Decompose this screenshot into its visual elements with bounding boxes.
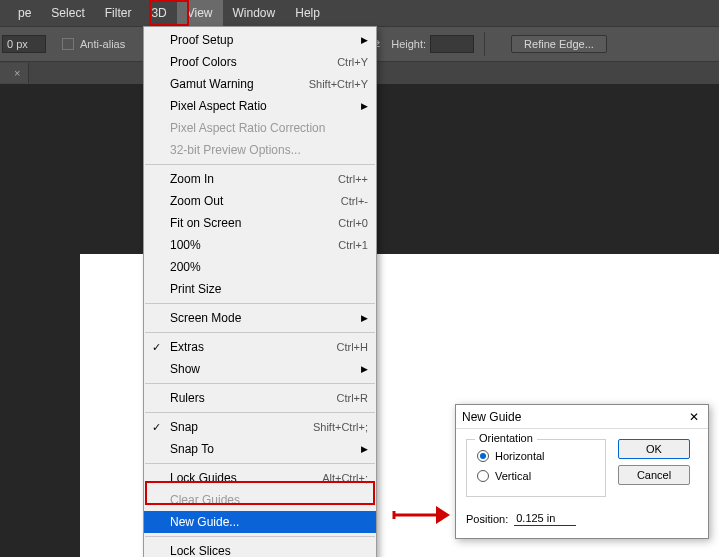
menu-item-label: Print Size xyxy=(170,282,368,296)
check-icon: ✓ xyxy=(152,421,161,434)
dialog-title: New Guide xyxy=(462,410,686,424)
menu-3d[interactable]: 3D xyxy=(141,0,176,26)
menu-item-snap-to[interactable]: Snap To▶ xyxy=(144,438,376,460)
feather-input[interactable] xyxy=(2,35,46,53)
radio-vertical-label: Vertical xyxy=(495,470,531,482)
menu-separator xyxy=(145,536,375,537)
menu-item-label: Pixel Aspect Ratio xyxy=(170,99,368,113)
menu-item-zoom-out[interactable]: Zoom OutCtrl+- xyxy=(144,190,376,212)
submenu-arrow-icon: ▶ xyxy=(361,444,368,454)
menu-item-lock-guides[interactable]: Lock GuidesAlt+Ctrl+; xyxy=(144,467,376,489)
menu-item-screen-mode[interactable]: Screen Mode▶ xyxy=(144,307,376,329)
menu-item-label: Lock Slices xyxy=(170,544,368,557)
menu-item-label: 200% xyxy=(170,260,368,274)
dialog-titlebar[interactable]: New Guide ✕ xyxy=(456,405,708,429)
submenu-arrow-icon: ▶ xyxy=(361,35,368,45)
submenu-arrow-icon: ▶ xyxy=(361,101,368,111)
menu-item-print-size[interactable]: Print Size xyxy=(144,278,376,300)
radio-horizontal-icon xyxy=(477,450,489,462)
submenu-arrow-icon: ▶ xyxy=(361,364,368,374)
menu-separator xyxy=(145,463,375,464)
view-dropdown: Proof Setup▶Proof ColorsCtrl+YGamut Warn… xyxy=(143,26,377,557)
menu-item-shortcut: Ctrl++ xyxy=(338,173,368,185)
menu-filter[interactable]: Filter xyxy=(95,0,142,26)
menu-item-fit-on-screen[interactable]: Fit on ScreenCtrl+0 xyxy=(144,212,376,234)
menu-item-label: Rulers xyxy=(170,391,325,405)
menu-item-label: Zoom Out xyxy=(170,194,329,208)
menu-item-lock-slices[interactable]: Lock Slices xyxy=(144,540,376,557)
radio-vertical[interactable]: Vertical xyxy=(477,466,595,486)
radio-horizontal-label: Horizontal xyxy=(495,450,545,462)
menu-item-label: Pixel Aspect Ratio Correction xyxy=(170,121,368,135)
menu-item-clear-guides: Clear Guides xyxy=(144,489,376,511)
menu-item-snap[interactable]: ✓SnapShift+Ctrl+; xyxy=(144,416,376,438)
menu-item-label: Zoom In xyxy=(170,172,326,186)
ok-button[interactable]: OK xyxy=(618,439,690,459)
menu-item-label: Clear Guides xyxy=(170,493,368,507)
menu-separator xyxy=(145,412,375,413)
menu-item-shortcut: Ctrl+Y xyxy=(337,56,368,68)
antialias-label: Anti-alias xyxy=(80,38,125,50)
menu-pe[interactable]: pe xyxy=(8,0,41,26)
menu-item-label: Snap xyxy=(170,420,301,434)
menu-item-pixel-aspect-ratio-correction: Pixel Aspect Ratio Correction xyxy=(144,117,376,139)
menu-item-extras[interactable]: ✓ExtrasCtrl+H xyxy=(144,336,376,358)
menu-item-label: Proof Colors xyxy=(170,55,325,69)
menu-item-label: New Guide... xyxy=(170,515,368,529)
annotation-arrow-icon xyxy=(392,502,452,528)
menu-item-label: Fit on Screen xyxy=(170,216,326,230)
menu-item-label: Show xyxy=(170,362,368,376)
position-input[interactable] xyxy=(514,511,576,526)
menu-item-200[interactable]: 200% xyxy=(144,256,376,278)
radio-vertical-icon xyxy=(477,470,489,482)
menu-item-100[interactable]: 100%Ctrl+1 xyxy=(144,234,376,256)
menu-separator xyxy=(145,164,375,165)
menu-item-show[interactable]: Show▶ xyxy=(144,358,376,380)
menu-item-zoom-in[interactable]: Zoom InCtrl++ xyxy=(144,168,376,190)
cancel-button[interactable]: Cancel xyxy=(618,465,690,485)
menu-item-shortcut: Ctrl+H xyxy=(337,341,368,353)
menu-item-shortcut: Ctrl+1 xyxy=(338,239,368,251)
menu-item-label: 32-bit Preview Options... xyxy=(170,143,368,157)
new-guide-dialog: New Guide ✕ Orientation Horizontal Verti… xyxy=(455,404,709,539)
menu-item-32-bit-preview-options: 32-bit Preview Options... xyxy=(144,139,376,161)
divider xyxy=(484,32,485,56)
menu-item-gamut-warning[interactable]: Gamut WarningShift+Ctrl+Y xyxy=(144,73,376,95)
menu-item-shortcut: Alt+Ctrl+; xyxy=(322,472,368,484)
orientation-legend: Orientation xyxy=(475,432,537,444)
menu-item-new-guide[interactable]: New Guide... xyxy=(144,511,376,533)
refine-edge-button[interactable]: Refine Edge... xyxy=(511,35,607,53)
menu-item-label: Snap To xyxy=(170,442,368,456)
menu-help[interactable]: Help xyxy=(285,0,330,26)
orientation-fieldset: Orientation Horizontal Vertical xyxy=(466,439,606,497)
height-input[interactable] xyxy=(430,35,474,53)
menu-separator xyxy=(145,303,375,304)
height-label: Height: xyxy=(391,38,426,50)
submenu-arrow-icon: ▶ xyxy=(361,313,368,323)
menu-item-label: Lock Guides xyxy=(170,471,310,485)
check-icon: ✓ xyxy=(152,341,161,354)
menubar: pe Select Filter 3D View Window Help xyxy=(0,0,719,26)
document-tab[interactable]: × xyxy=(0,63,29,83)
menu-item-shortcut: Shift+Ctrl+Y xyxy=(309,78,368,90)
menu-select[interactable]: Select xyxy=(41,0,94,26)
menu-item-shortcut: Ctrl+R xyxy=(337,392,368,404)
menu-item-rulers[interactable]: RulersCtrl+R xyxy=(144,387,376,409)
menu-view[interactable]: View xyxy=(177,0,223,26)
menu-item-shortcut: Shift+Ctrl+; xyxy=(313,421,368,433)
menu-item-pixel-aspect-ratio[interactable]: Pixel Aspect Ratio▶ xyxy=(144,95,376,117)
close-tab-icon[interactable]: × xyxy=(14,67,20,79)
menu-item-label: Extras xyxy=(170,340,325,354)
menu-separator xyxy=(145,383,375,384)
dialog-close-icon[interactable]: ✕ xyxy=(686,410,702,424)
menu-item-label: Gamut Warning xyxy=(170,77,297,91)
svg-marker-2 xyxy=(436,506,450,524)
radio-horizontal[interactable]: Horizontal xyxy=(477,446,595,466)
menu-item-proof-colors[interactable]: Proof ColorsCtrl+Y xyxy=(144,51,376,73)
position-label: Position: xyxy=(466,513,508,525)
menu-item-label: 100% xyxy=(170,238,326,252)
menu-window[interactable]: Window xyxy=(223,0,286,26)
menu-item-proof-setup[interactable]: Proof Setup▶ xyxy=(144,29,376,51)
menu-item-shortcut: Ctrl+- xyxy=(341,195,368,207)
antialias-checkbox[interactable] xyxy=(62,38,74,50)
